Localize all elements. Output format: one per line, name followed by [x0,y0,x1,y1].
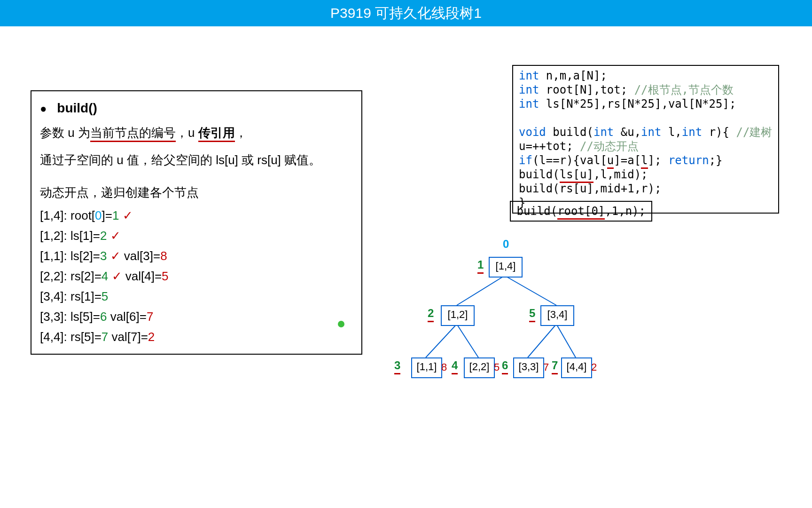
node-index-label: 4 [452,359,458,374]
leaf-value: 5 [494,361,500,373]
paragraph-1: 参数 u 为当前节点的编号，u 传引用， [40,123,353,143]
leaf-value: 8 [441,361,447,373]
svg-line-0 [457,276,505,305]
tree-node: [2,2] [464,357,495,378]
root-version-label: 0 [503,238,509,251]
paragraph-3: 动态开点，递归创建各个节点 [40,183,353,203]
laser-pointer-dot [338,321,344,327]
svg-line-3 [457,324,478,357]
build-steps-list: [1,4]: root[0]=1 ✓[1,2]: ls[1]=2 ✓[1,1]:… [40,208,353,344]
build-step: [3,4]: rs[1]=5 [40,289,353,304]
explanation-panel: build() 参数 u 为当前节点的编号，u 传引用， 通过子空间的 u 值，… [31,90,362,355]
build-step: [4,4]: rs[5]=7 val[7]=2 [40,330,353,344]
segment-tree-diagram: 0 [1,4]1[1,2]2[3,4]5[1,1]83[2,2]54[3,3]7… [390,240,634,386]
build-step: [1,1]: ls[2]=3 ✓ val[3]=8 [40,249,353,263]
call-expression: build(root[0],1,n); [510,201,652,222]
svg-line-5 [556,324,576,357]
build-step: [2,2]: rs[2]=4 ✓ val[4]=5 [40,269,353,284]
build-step: [3,3]: ls[5]=6 val[6]=7 [40,310,353,324]
node-index-label: 3 [394,359,400,374]
tree-node: [1,4] [489,257,523,278]
section-heading: build() [40,101,353,116]
svg-line-4 [528,324,556,357]
page-title: P3919 可持久化线段树1 [330,5,482,21]
heading-text: build() [57,101,97,115]
node-index-label: 1 [477,258,484,274]
page-title-bar: P3919 可持久化线段树1 [0,0,812,26]
leaf-value: 2 [591,361,597,373]
node-index-label: 5 [529,307,535,322]
build-step: [1,2]: ls[1]=2 ✓ [40,229,353,243]
underlined-phrase: 当前节点的编号 [90,126,176,142]
tree-node: [1,2] [441,305,475,326]
paragraph-2: 通过子空间的 u 值，给父空间的 ls[u] 或 rs[u] 赋值。 [40,151,353,170]
code-block: int n,m,a[N]; int root[N],tot; //根节点,节点个… [512,65,779,214]
node-index-label: 2 [428,307,434,322]
svg-line-2 [426,324,457,357]
build-step: [1,4]: root[0]=1 ✓ [40,208,353,223]
underlined-phrase: 传引用 [198,126,235,142]
node-index-label: 6 [502,359,508,374]
tree-node: [3,4] [540,305,574,326]
tree-node: [4,4] [561,357,592,378]
svg-line-1 [505,276,556,305]
main-content: build() 参数 u 为当前节点的编号，u 传引用， 通过子空间的 u 值，… [0,26,812,508]
tree-node: [3,3] [513,357,544,378]
tree-node: [1,1] [411,357,442,378]
node-index-label: 7 [552,359,558,374]
leaf-value: 7 [543,361,549,373]
